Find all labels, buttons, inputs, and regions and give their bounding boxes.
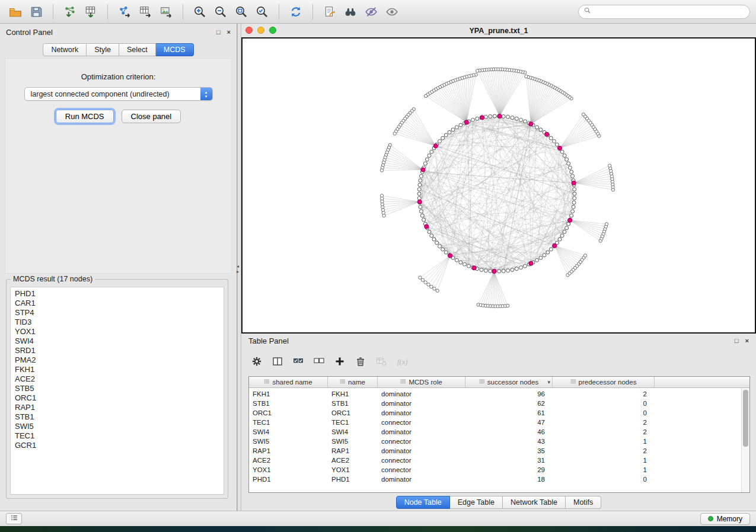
cell-name: ORC1 xyxy=(328,409,378,418)
column-grip-icon xyxy=(340,379,346,386)
mcds-result-item[interactable]: PHD1 xyxy=(15,289,219,299)
table-row[interactable]: YOX1YOX1connector291 xyxy=(249,466,741,475)
clear-table-icon[interactable] xyxy=(375,355,387,367)
search-input[interactable] xyxy=(595,8,745,16)
network-graph[interactable] xyxy=(243,39,755,332)
add-column-icon[interactable] xyxy=(334,355,346,367)
table-settings-gear-icon[interactable] xyxy=(251,355,263,367)
export-image-icon[interactable] xyxy=(157,4,176,20)
tab-select[interactable]: Select xyxy=(119,43,156,56)
table-row[interactable]: ACE2ACE2connector311 xyxy=(249,456,741,466)
export-table-icon[interactable] xyxy=(136,4,155,20)
window-controls xyxy=(245,27,276,34)
select-all-rows-icon[interactable] xyxy=(292,355,304,367)
mcds-result-item[interactable]: STB1 xyxy=(15,412,219,422)
mcds-result-item[interactable]: SWI5 xyxy=(15,422,219,431)
zoom-out-icon[interactable] xyxy=(211,4,230,20)
mcds-result-item[interactable]: STB5 xyxy=(15,384,219,393)
column-header-successor-nodes[interactable]: successor nodes▾ xyxy=(465,377,553,387)
close-panel-button[interactable]: Close panel xyxy=(122,110,181,123)
tab-edge-table[interactable]: Edge Table xyxy=(450,496,503,509)
cell-successor-nodes: 29 xyxy=(465,466,553,475)
show-details-icon[interactable] xyxy=(382,4,401,20)
task-history-button[interactable] xyxy=(6,513,22,524)
show-columns-icon[interactable] xyxy=(272,355,283,367)
float-table-panel-icon[interactable]: □ xyxy=(735,338,739,344)
table-row[interactable]: PHD1PHD1dominator180 xyxy=(249,475,741,485)
svg-text:f(x): f(x) xyxy=(397,358,407,366)
tab-network[interactable]: Network xyxy=(43,43,87,56)
search-box[interactable] xyxy=(578,5,750,19)
mcds-result-item[interactable]: ORC1 xyxy=(15,393,219,403)
tab-style[interactable]: Style xyxy=(87,43,119,56)
import-network-icon[interactable] xyxy=(60,4,79,20)
table-scrollbar-thumb[interactable] xyxy=(743,390,748,447)
import-table-icon[interactable] xyxy=(81,4,100,20)
column-header-shared-name[interactable]: shared name xyxy=(249,377,328,387)
table-row[interactable]: RAP1RAP1dominator352 xyxy=(249,447,741,456)
cell-predecessor-nodes: 2 xyxy=(553,428,655,437)
cell-name: SWI5 xyxy=(328,437,378,447)
mcds-result-item[interactable]: GCR1 xyxy=(15,441,219,450)
export-network-icon[interactable] xyxy=(115,4,134,20)
table-row[interactable]: FKH1FKH1dominator962 xyxy=(249,390,741,399)
mcds-result-item[interactable]: STP4 xyxy=(15,308,219,318)
find-binoculars-icon[interactable] xyxy=(341,4,360,20)
window-zoom-button[interactable] xyxy=(269,27,276,34)
share-document-icon[interactable] xyxy=(320,4,339,20)
column-header-name[interactable]: name xyxy=(328,377,378,387)
zoom-fit-icon[interactable] xyxy=(232,4,251,20)
cell-shared-name: FKH1 xyxy=(249,390,328,399)
save-session-icon[interactable] xyxy=(27,4,46,20)
close-panel-icon[interactable]: × xyxy=(227,29,231,36)
zoom-selected-icon[interactable] xyxy=(253,4,272,20)
hide-details-icon[interactable] xyxy=(362,4,381,20)
refresh-network-icon[interactable] xyxy=(286,4,305,20)
delete-column-icon[interactable] xyxy=(355,355,366,367)
tab-mcds[interactable]: MCDS xyxy=(156,43,194,56)
tab-motifs[interactable]: Motifs xyxy=(566,496,601,509)
mcds-result-item[interactable]: RAP1 xyxy=(15,403,219,412)
mcds-result-item[interactable]: TEC1 xyxy=(15,431,219,441)
control-panel: Control Panel □ × NetworkStyleSelectMCDS… xyxy=(0,24,237,511)
table-row[interactable]: SWI4SWI4dominator462 xyxy=(249,428,741,437)
mcds-result-item[interactable]: YOX1 xyxy=(15,327,219,336)
cell-shared-name: TEC1 xyxy=(249,418,328,428)
window-minimize-button[interactable] xyxy=(257,27,264,34)
column-header-predecessor-nodes[interactable]: predecessor nodes xyxy=(553,377,655,387)
memory-button[interactable]: Memory xyxy=(700,513,750,525)
window-close-button[interactable] xyxy=(245,27,253,34)
desktop-background xyxy=(0,526,756,532)
mcds-result-item[interactable]: PMA2 xyxy=(15,355,219,365)
mcds-result-list: PHD1CAR1STP4TID3YOX1SWI4SRD1PMA2FKH1ACE2… xyxy=(10,287,224,495)
column-header-mcds-role[interactable]: MCDS role xyxy=(378,377,465,387)
cell-mcds-role: dominator xyxy=(378,399,465,409)
mcds-result-item[interactable]: SRD1 xyxy=(15,346,219,355)
table-row[interactable]: SWI5SWI5connector431 xyxy=(249,437,741,447)
cell-successor-nodes: 43 xyxy=(465,437,553,447)
cell-successor-nodes: 18 xyxy=(465,475,553,485)
criterion-dropdown[interactable]: largest connected component (undirected)… xyxy=(24,87,213,101)
mcds-result-item[interactable]: SWI4 xyxy=(15,336,219,346)
mcds-result-item[interactable]: TID3 xyxy=(15,318,219,327)
tab-network-table[interactable]: Network Table xyxy=(503,496,566,509)
function-builder-icon[interactable]: f(x) xyxy=(396,355,408,367)
close-table-panel-icon[interactable]: × xyxy=(745,338,749,344)
table-row[interactable]: ORC1ORC1dominator610 xyxy=(249,409,741,418)
mcds-result-item[interactable]: ACE2 xyxy=(15,374,219,384)
network-canvas[interactable] xyxy=(241,37,756,334)
cell-name: FKH1 xyxy=(328,390,378,399)
panel-splitter[interactable]: ◂▸ xyxy=(237,24,241,511)
mcds-result-item[interactable]: FKH1 xyxy=(15,365,219,374)
run-mcds-button[interactable]: Run MCDS xyxy=(56,110,114,123)
mcds-result-item[interactable]: CAR1 xyxy=(15,299,219,308)
table-row[interactable]: STB1STB1dominator620 xyxy=(249,399,741,409)
zoom-in-icon[interactable] xyxy=(190,4,209,20)
open-session-icon[interactable] xyxy=(6,4,25,20)
splitter-collapse-icon[interactable]: ◂▸ xyxy=(237,264,239,274)
deselect-all-rows-icon[interactable] xyxy=(313,355,325,367)
tab-node-table[interactable]: Node Table xyxy=(396,496,450,509)
table-scrollbar[interactable] xyxy=(741,388,749,492)
table-row[interactable]: TEC1TEC1connector472 xyxy=(249,418,741,428)
float-panel-icon[interactable]: □ xyxy=(216,29,221,36)
